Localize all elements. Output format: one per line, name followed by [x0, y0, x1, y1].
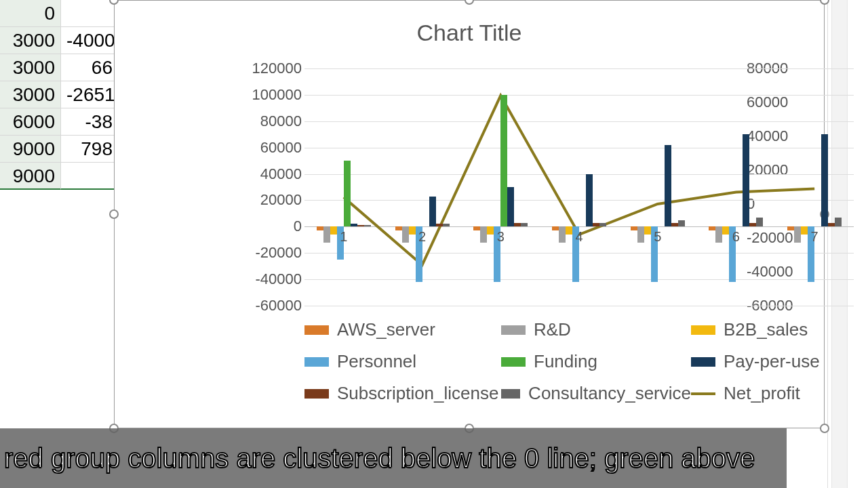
legend-item-B2B_sales[interactable]: B2B_sales	[691, 319, 847, 340]
bar-R&D[interactable]	[559, 226, 566, 242]
cell[interactable]: -2651	[61, 81, 119, 108]
cell[interactable]	[61, 0, 119, 27]
category-label: 4	[575, 229, 583, 245]
bar-Consultancy_service[interactable]	[599, 223, 606, 227]
left-axis-tick: 20000	[260, 191, 302, 209]
cell[interactable]: 9000	[0, 136, 61, 163]
legend-label: B2B_sales	[724, 319, 808, 340]
bar-Consultancy_service[interactable]	[678, 220, 685, 227]
bar-R&D[interactable]	[402, 226, 409, 242]
bar-B2B_sales[interactable]	[722, 226, 729, 235]
left-axis-tick: 0	[294, 218, 302, 235]
bar-R&D[interactable]	[480, 226, 487, 242]
bar-R&D[interactable]	[794, 226, 801, 242]
bar-B2B_sales[interactable]	[487, 226, 494, 235]
legend-swatch	[501, 325, 526, 335]
bar-Consultancy_service[interactable]	[443, 224, 450, 226]
cell[interactable]: 6000	[0, 108, 61, 136]
bar-B2B_sales[interactable]	[566, 226, 572, 235]
bar-Funding[interactable]	[500, 95, 507, 226]
left-axis-tick: -40000	[255, 270, 302, 288]
bar-Pay-per-use[interactable]	[821, 134, 828, 226]
bar-AWS_server[interactable]	[787, 226, 794, 230]
cell[interactable]	[61, 163, 119, 190]
legend-item-Pay-per-use[interactable]: Pay-per-use	[691, 351, 847, 372]
plot-area[interactable]: 1234567	[304, 68, 854, 306]
legend-swatch	[691, 392, 715, 395]
gridline	[304, 306, 854, 306]
bar-AWS_server[interactable]	[709, 226, 715, 230]
cell[interactable]: 66	[61, 54, 119, 81]
legend-label: Funding	[534, 351, 597, 372]
legend-item-AWS_server[interactable]: AWS_server	[304, 319, 501, 340]
bar-B2B_sales[interactable]	[801, 226, 808, 235]
bar-Consultancy_service[interactable]	[835, 218, 842, 227]
bar-B2B_sales[interactable]	[330, 226, 337, 235]
category-label: 2	[418, 229, 426, 245]
left-axis-tick: 60000	[260, 139, 302, 157]
legend-swatch	[304, 357, 329, 367]
legend-swatch	[691, 357, 715, 367]
legend-label: R&D	[534, 319, 571, 340]
bar-AWS_server[interactable]	[395, 226, 402, 230]
resize-handle-mid-left[interactable]	[109, 209, 119, 219]
bar-Subscription_license[interactable]	[436, 224, 443, 226]
bar-Consultancy_service[interactable]	[521, 223, 528, 227]
cell[interactable]: 0	[0, 0, 61, 27]
category-label: 5	[654, 229, 661, 245]
bar-B2B_sales[interactable]	[644, 226, 651, 235]
cell[interactable]: 3000	[0, 81, 61, 108]
left-axis-tick: -60000	[255, 297, 302, 314]
bar-AWS_server[interactable]	[317, 226, 323, 230]
cell[interactable]: 798	[61, 136, 119, 163]
bar-Subscription_license[interactable]	[514, 223, 521, 227]
bar-Pay-per-use[interactable]	[586, 174, 593, 227]
bar-Subscription_license[interactable]	[357, 225, 364, 226]
chart-title[interactable]: Chart Title	[115, 1, 824, 46]
visible-cells[interactable]: 03000-40003000663000-26516000-3890007989…	[0, 0, 119, 190]
left-axis-tick: 100000	[252, 86, 302, 104]
bar-Subscription_license[interactable]	[828, 223, 835, 227]
legend-swatch	[304, 325, 329, 335]
category-label: 7	[811, 229, 818, 245]
bar-R&D[interactable]	[715, 226, 722, 242]
resize-handle-bottom-right[interactable]	[820, 424, 829, 433]
left-axis-tick: 120000	[252, 60, 302, 77]
legend-item-Funding[interactable]: Funding	[501, 351, 691, 372]
embedded-chart[interactable]: Chart Title 1200001000008000060000400002…	[114, 0, 825, 428]
legend-item-Subscription_license[interactable]: Subscription_license	[304, 383, 501, 404]
bar-AWS_server[interactable]	[473, 226, 480, 230]
cell[interactable]: 9000	[0, 163, 61, 190]
bar-Pay-per-use[interactable]	[429, 197, 436, 227]
bar-Pay-per-use[interactable]	[351, 224, 357, 226]
legend-swatch	[501, 389, 520, 399]
bar-Subscription_license[interactable]	[749, 223, 756, 227]
category-label: 3	[497, 229, 505, 245]
bar-B2B_sales[interactable]	[409, 226, 416, 235]
legend-label: Personnel	[337, 351, 416, 372]
legend-item-R&D[interactable]: R&D	[501, 319, 691, 340]
bar-Pay-per-use[interactable]	[507, 187, 514, 226]
bar-Pay-per-use[interactable]	[743, 134, 749, 226]
legend-label: AWS_server	[337, 319, 435, 340]
bar-Subscription_license[interactable]	[593, 223, 599, 227]
legend-item-Consultancy_service[interactable]: Consultancy_service	[501, 383, 691, 404]
bar-AWS_server[interactable]	[552, 226, 559, 230]
bar-Consultancy_service[interactable]	[756, 218, 763, 227]
bar-Pay-per-use[interactable]	[665, 145, 671, 227]
bar-Subscription_license[interactable]	[671, 223, 678, 227]
cell[interactable]: 3000	[0, 27, 61, 54]
bar-R&D[interactable]	[637, 226, 644, 242]
bar-Funding[interactable]	[344, 161, 351, 226]
cell[interactable]: -4000	[61, 27, 119, 54]
legend-swatch	[304, 389, 329, 399]
legend-item-Personnel[interactable]: Personnel	[304, 351, 501, 372]
bar-AWS_server[interactable]	[631, 226, 637, 230]
left-y-axis: 120000100000800006000040000200000-20000-…	[249, 68, 302, 306]
bar-R&D[interactable]	[323, 226, 330, 242]
legend-item-Net_profit[interactable]: Net_profit	[691, 383, 847, 404]
bar-Consultancy_service[interactable]	[364, 225, 371, 226]
cell[interactable]: -38	[61, 108, 119, 136]
cell[interactable]: 3000	[0, 54, 61, 81]
legend[interactable]: AWS_serverR&DB2B_salesPersonnelFundingPa…	[304, 319, 847, 404]
